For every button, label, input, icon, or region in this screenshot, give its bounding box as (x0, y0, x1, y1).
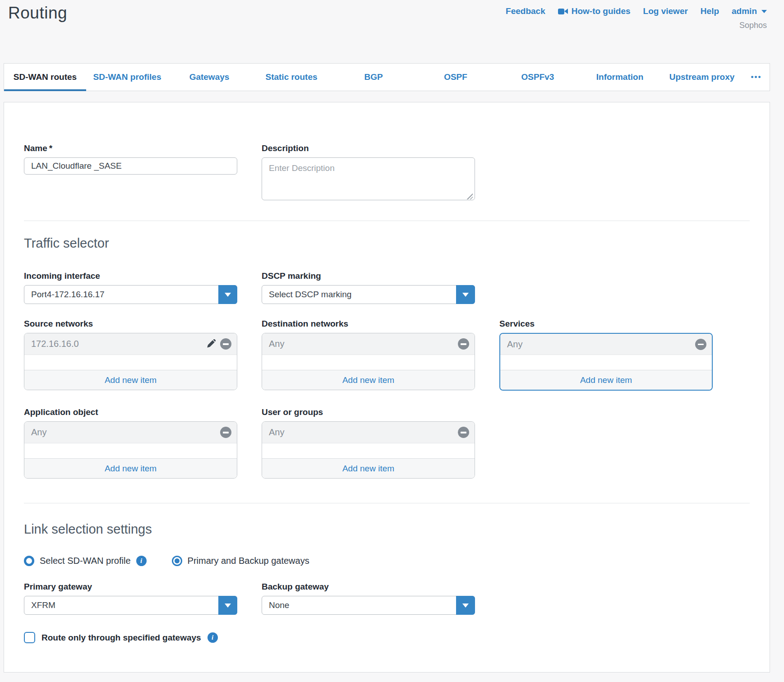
list-item: Any (24, 422, 237, 443)
source-networks-label: Source networks (24, 318, 237, 329)
tab-gateways[interactable]: Gateways (168, 64, 250, 91)
backup-gateway-value: None (269, 600, 289, 610)
list-empty-area (24, 443, 237, 458)
destination-networks-add-button[interactable]: Add new item (262, 370, 475, 390)
remove-minus-icon[interactable] (695, 339, 706, 350)
destination-networks-group: Destination networks Any Add new item (262, 318, 475, 391)
section-divider (24, 503, 750, 503)
list-empty-area (262, 443, 475, 458)
brand-label: Sophos (739, 21, 767, 30)
video-camera-icon (558, 8, 568, 15)
list-item: Any (262, 422, 475, 443)
tab-ospfv3[interactable]: OSPFv3 (497, 64, 579, 91)
sdwan-profile-radio[interactable] (24, 556, 34, 566)
sdwan-route-form-panel: Name* Description Traffic selector Incom… (4, 102, 770, 673)
required-asterisk: * (49, 143, 52, 153)
primary-gateway-group: Primary gateway XFRM (24, 581, 237, 615)
list-empty-area (262, 355, 475, 370)
incoming-interface-dropdown[interactable]: Port4-172.16.16.17 (24, 285, 237, 304)
application-object-value: Any (31, 427, 220, 438)
service-value: Any (507, 339, 695, 350)
list-item: 172.16.16.0 (24, 333, 237, 355)
admin-menu[interactable]: admin (732, 6, 767, 16)
services-box: Any Add new item (499, 333, 713, 391)
section-divider (24, 221, 750, 221)
tab-upstream-proxy[interactable]: Upstream proxy (661, 64, 743, 91)
user-or-groups-add-button[interactable]: Add new item (262, 458, 475, 478)
dropdown-arrow-button[interactable] (218, 285, 237, 304)
primary-backup-radio-label: Primary and Backup gateways (188, 556, 309, 566)
route-only-row: Route only through specified gateways i (24, 632, 750, 643)
help-link[interactable]: Help (701, 6, 719, 16)
log-viewer-link[interactable]: Log viewer (643, 6, 688, 16)
user-or-groups-value: Any (269, 427, 458, 438)
services-group: Services Any Add new item (499, 318, 713, 391)
application-object-group: Application object Any Add new item (24, 407, 237, 479)
user-or-groups-label: User or groups (262, 407, 475, 418)
remove-minus-icon[interactable] (220, 338, 231, 350)
source-networks-box: 172.16.16.0 Add new item (24, 333, 237, 390)
link-selection-radio-row: Select SD-WAN profile i Primary and Back… (24, 556, 750, 566)
tab-ospf[interactable]: OSPF (415, 64, 497, 91)
destination-network-value: Any (269, 339, 458, 349)
caret-down-icon (761, 10, 767, 13)
top-navigation: Feedback How-to guides Log viewer Help a… (506, 6, 767, 16)
primary-gateway-value: XFRM (31, 600, 55, 610)
routing-tabbar: SD-WAN routes SD-WAN profiles Gateways S… (4, 63, 770, 91)
source-networks-group: Source networks 172.16.16.0 Add new item (24, 318, 237, 391)
info-icon[interactable]: i (208, 632, 218, 643)
chevron-down-icon (225, 293, 231, 297)
destination-networks-box: Any Add new item (262, 333, 475, 390)
application-object-label: Application object (24, 407, 237, 418)
primary-backup-radio[interactable] (172, 556, 182, 566)
dscp-marking-value: Select DSCP marking (269, 290, 351, 300)
primary-backup-radio-group: Primary and Backup gateways (172, 556, 309, 566)
backup-gateway-dropdown[interactable]: None (262, 596, 475, 615)
chevron-down-icon (225, 604, 231, 608)
howto-guides-link[interactable]: How-to guides (558, 6, 631, 16)
edit-pencil-icon[interactable] (206, 339, 216, 349)
services-add-button[interactable]: Add new item (500, 370, 712, 390)
user-or-groups-group: User or groups Any Add new item (262, 407, 475, 479)
link-selection-heading: Link selection settings (24, 521, 750, 537)
primary-gateway-dropdown[interactable]: XFRM (24, 596, 237, 615)
source-networks-add-button[interactable]: Add new item (24, 370, 237, 390)
backup-gateway-group: Backup gateway None (262, 581, 475, 615)
page-header: Routing Feedback How-to guides Log viewe… (0, 0, 784, 63)
route-only-label: Route only through specified gateways (42, 633, 201, 643)
dscp-marking-label: DSCP marking (262, 271, 475, 281)
feedback-link[interactable]: Feedback (506, 6, 545, 16)
primary-gateway-label: Primary gateway (24, 581, 237, 592)
tab-bgp[interactable]: BGP (332, 64, 415, 91)
description-textarea[interactable] (262, 157, 475, 200)
tab-static-routes[interactable]: Static routes (250, 64, 332, 91)
route-only-checkbox[interactable] (24, 632, 35, 643)
name-label: Name* (24, 143, 237, 154)
tab-overflow-button[interactable]: ••• (743, 64, 770, 91)
page-title: Routing (8, 4, 67, 23)
dropdown-arrow-button[interactable] (218, 596, 237, 615)
list-item: Any (262, 333, 475, 355)
chevron-down-icon (462, 604, 469, 608)
application-object-add-button[interactable]: Add new item (24, 458, 237, 478)
incoming-interface-label: Incoming interface (24, 271, 237, 281)
list-item: Any (500, 334, 712, 355)
dropdown-arrow-button[interactable] (456, 285, 475, 304)
info-icon[interactable]: i (136, 556, 147, 566)
remove-minus-icon[interactable] (458, 427, 469, 438)
name-input[interactable] (24, 157, 237, 175)
tab-sdwan-routes[interactable]: SD-WAN routes (4, 64, 86, 91)
tab-information[interactable]: Information (579, 64, 661, 91)
backup-gateway-label: Backup gateway (262, 581, 475, 592)
list-empty-area (500, 355, 712, 370)
name-field-group: Name* (24, 143, 237, 203)
remove-minus-icon[interactable] (458, 338, 469, 350)
incoming-interface-group: Incoming interface Port4-172.16.16.17 (24, 271, 237, 304)
user-or-groups-box: Any Add new item (262, 421, 475, 479)
remove-minus-icon[interactable] (220, 427, 231, 438)
dropdown-arrow-button[interactable] (456, 596, 475, 615)
tab-sdwan-profiles[interactable]: SD-WAN profiles (86, 64, 168, 91)
description-label: Description (262, 143, 475, 154)
chevron-down-icon (462, 293, 469, 297)
dscp-marking-dropdown[interactable]: Select DSCP marking (262, 285, 475, 304)
